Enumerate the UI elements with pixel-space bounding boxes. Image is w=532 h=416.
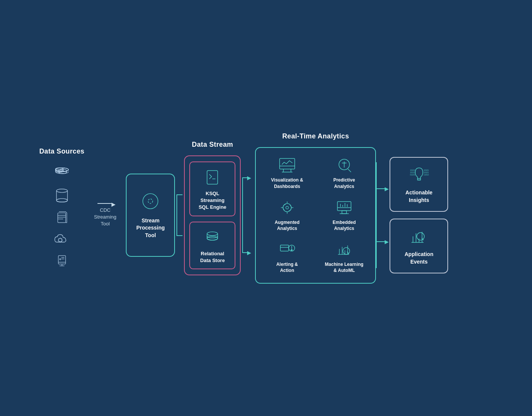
svg-point-15 (59, 258, 60, 259)
arrows-to-analytics: ▶ ▶ (241, 162, 255, 268)
ksql-icon (204, 169, 221, 187)
predictive-item: PredictiveAnalytics (317, 154, 371, 192)
output-section: 10101 10110 01101 10101 10101 11010 Acti… (390, 157, 448, 273)
actionable-icon: 10101 10110 01101 10101 10101 11010 (409, 166, 429, 185)
embedded-icon (336, 200, 353, 217)
ml-icon (336, 242, 353, 259)
svg-line-29 (348, 169, 351, 172)
stream-processing-label: StreamProcessingTool (136, 217, 165, 239)
ml-label: Machine Learning& AutoML (325, 261, 363, 273)
augmented-label: AugmentedAnalytics (275, 219, 300, 231)
data-sources-icons (53, 166, 71, 269)
data-stream-section: Data Stream KSQLStreamingSQL Engine Rela… (184, 141, 241, 275)
relational-icon (204, 229, 221, 247)
ksql-box: KSQLStreamingSQL Engine (189, 161, 235, 216)
svg-rect-11 (58, 255, 65, 264)
svg-point-18 (143, 194, 158, 209)
svg-point-19 (148, 199, 153, 203)
cdc-streaming-label: CDCStreamingTool (94, 207, 116, 228)
predictive-icon (336, 158, 353, 174)
application-events-box: ApplicationEvents (390, 219, 448, 273)
actionable-insights-box: 10101 10110 01101 10101 10101 11010 Acti… (390, 157, 448, 212)
svg-point-7 (56, 189, 67, 192)
svg-line-57 (347, 252, 349, 254)
bracket-left (175, 155, 184, 276)
svg-rect-9 (57, 213, 65, 223)
analytics-section: Real-Time Analytics Visualization &Dashb… (255, 132, 376, 283)
svg-point-50 (291, 250, 292, 251)
predictive-label: PredictiveAnalytics (333, 177, 355, 189)
alerting-item: Alerting &Action (260, 238, 314, 276)
single-cylinder-icon (53, 188, 71, 203)
ksql-label: KSQLStreamingSQL Engine (199, 190, 226, 211)
svg-text:11010: 11010 (424, 174, 429, 176)
cdc-area: ▶ CDCStreamingTool (84, 203, 126, 228)
embedded-item: EmbeddedAnalytics (317, 196, 371, 234)
application-events-icon (409, 228, 429, 247)
analytics-title: Real-Time Analytics (282, 132, 349, 140)
ml-item: Machine Learning& AutoML (317, 238, 371, 276)
server-icon (53, 254, 71, 269)
data-sources-title: Data Sources (39, 147, 84, 155)
alerting-label: Alerting &Action (276, 261, 298, 273)
embedded-label: EmbeddedAnalytics (332, 219, 356, 231)
relational-box: RelationalData Store (189, 222, 235, 269)
database-stack-icon (53, 166, 71, 181)
main-diagram: Data Sources (39, 76, 493, 340)
augmented-item: AugmentedAnalytics (260, 196, 314, 234)
viz-dashboards-item: Visualization &Dashboards (260, 154, 314, 192)
alerting-icon (279, 242, 295, 259)
data-stream-title: Data Stream (192, 141, 233, 149)
stream-processing-section: StreamProcessingTool (126, 159, 175, 257)
svg-rect-23 (280, 158, 295, 169)
application-events-label: ApplicationEvents (405, 251, 433, 265)
svg-point-21 (207, 232, 218, 236)
actionable-label: ActionableInsights (405, 189, 433, 204)
svg-point-71 (417, 233, 424, 240)
svg-point-8 (56, 199, 67, 202)
data-sources-section: Data Sources (39, 147, 84, 269)
svg-rect-20 (207, 171, 218, 184)
analytics-grid: Visualization &Dashboards PredictiveAnal… (260, 154, 371, 276)
svg-text:01101: 01101 (410, 174, 415, 176)
stream-processing-box: StreamProcessingTool (126, 174, 175, 257)
svg-point-33 (286, 206, 288, 209)
cloud-gear-icon (53, 232, 71, 247)
viz-label: Visualization &Dashboards (271, 177, 303, 189)
document-stack-icon (53, 210, 71, 225)
analytics-box: Visualization &Dashboards PredictiveAnal… (255, 147, 376, 283)
augmented-icon (279, 200, 295, 217)
arrow-to-outputs: ▶ ▶ (376, 162, 390, 268)
relational-label: RelationalData Store (200, 250, 225, 264)
svg-point-22 (207, 236, 218, 240)
data-stream-box: KSQLStreamingSQL Engine RelationalData S… (184, 155, 241, 275)
stream-processing-icon (141, 191, 160, 213)
viz-icon (279, 158, 295, 174)
svg-rect-38 (337, 202, 351, 211)
svg-rect-46 (280, 245, 289, 251)
svg-rect-40 (342, 211, 346, 214)
